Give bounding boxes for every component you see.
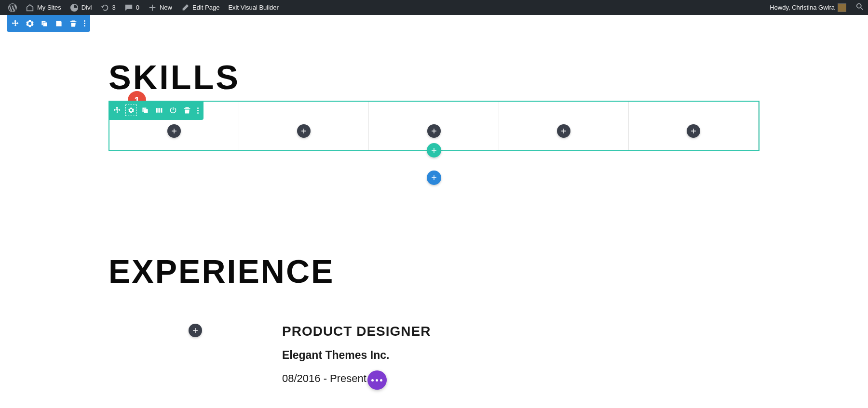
exit-vb-label: Exit Visual Builder <box>228 4 279 11</box>
account-menu[interactable]: Howdy, Christina Gwira <box>765 0 851 15</box>
section-toolbar <box>7 15 90 32</box>
updates-count: 3 <box>112 4 116 11</box>
add-module-button[interactable] <box>167 124 181 138</box>
experience-left-column[interactable] <box>108 324 282 390</box>
experience-row: PRODUCT DESIGNER Elegant Themes Inc. 08/… <box>108 324 760 390</box>
plus-icon <box>192 327 199 334</box>
more-icon[interactable] <box>197 107 199 114</box>
skill-column-2[interactable] <box>239 102 369 150</box>
add-section-wrap <box>108 171 760 185</box>
experience-right-column[interactable]: PRODUCT DESIGNER Elegant Themes Inc. 08/… <box>282 324 760 390</box>
skills-row-wrap: 1 <box>108 101 760 185</box>
new-menu[interactable]: New <box>144 0 176 15</box>
comments-menu[interactable]: 0 <box>120 0 144 15</box>
plus-icon <box>431 147 437 154</box>
my-sites-label: My Sites <box>37 4 61 11</box>
skill-column-5[interactable] <box>629 102 759 150</box>
plus-icon <box>300 128 307 134</box>
add-row-wrap <box>427 143 441 158</box>
wordpress-icon <box>8 3 17 12</box>
add-module-button[interactable] <box>557 124 570 138</box>
experience-dates: 08/2016 - Present <box>282 372 366 384</box>
add-section-button[interactable] <box>427 171 441 185</box>
skills-row[interactable] <box>108 101 760 151</box>
dashboard-icon <box>70 3 79 12</box>
skills-heading: SKILLS <box>108 58 760 97</box>
module-more-button[interactable] <box>367 370 387 390</box>
save-icon[interactable] <box>55 20 63 27</box>
plus-icon <box>171 128 177 134</box>
page-content: SKILLS 1 <box>0 32 868 408</box>
wp-logo-menu[interactable] <box>4 0 21 15</box>
pencil-icon <box>181 3 190 12</box>
exit-visual-builder[interactable]: Exit Visual Builder <box>224 0 283 15</box>
experience-title: PRODUCT DESIGNER <box>282 324 760 339</box>
row-toolbar <box>108 101 203 120</box>
search-icon <box>855 2 864 11</box>
home-icon <box>26 3 34 12</box>
updates-menu[interactable]: 3 <box>96 0 120 15</box>
refresh-icon <box>101 3 109 12</box>
add-module-button[interactable] <box>687 124 700 138</box>
wp-admin-bar: My Sites Divi 3 0 New Edit Page Exit Vis… <box>0 0 868 15</box>
edit-page-label: Edit Page <box>192 4 219 11</box>
experience-heading: EXPERIENCE <box>108 252 760 290</box>
more-icon[interactable] <box>84 20 85 26</box>
comment-icon <box>124 3 133 12</box>
gear-icon[interactable] <box>127 106 135 114</box>
move-icon[interactable] <box>12 20 19 27</box>
trash-icon[interactable] <box>183 106 191 114</box>
plus-icon <box>431 174 437 181</box>
power-icon[interactable] <box>169 106 177 114</box>
add-row-button[interactable] <box>427 143 441 158</box>
add-module-button[interactable] <box>427 124 441 138</box>
add-module-button[interactable] <box>189 324 202 337</box>
skill-column-4[interactable] <box>499 102 629 150</box>
new-label: New <box>160 4 172 11</box>
columns-icon[interactable] <box>155 106 163 114</box>
adminbar-right: Howdy, Christina Gwira <box>765 0 864 15</box>
comments-count: 0 <box>136 4 139 11</box>
duplicate-icon[interactable] <box>141 106 149 114</box>
plus-icon <box>690 128 697 134</box>
edit-page-menu[interactable]: Edit Page <box>176 0 224 15</box>
gear-icon[interactable] <box>26 20 34 27</box>
adminbar-search[interactable] <box>855 2 864 13</box>
duplicate-icon[interactable] <box>41 20 48 27</box>
site-menu[interactable]: Divi <box>66 0 96 15</box>
plus-icon <box>148 3 157 12</box>
avatar <box>838 3 846 12</box>
plus-icon <box>431 128 437 134</box>
plus-icon <box>560 128 567 134</box>
howdy-label: Howdy, Christina Gwira <box>770 4 835 11</box>
trash-icon[interactable] <box>69 20 77 27</box>
my-sites-menu[interactable]: My Sites <box>21 0 66 15</box>
site-name-label: Divi <box>81 4 92 11</box>
adminbar-left: My Sites Divi 3 0 New Edit Page Exit Vis… <box>4 0 283 15</box>
experience-company: Elegant Themes Inc. <box>282 349 760 362</box>
move-icon[interactable] <box>113 106 121 114</box>
add-module-button[interactable] <box>297 124 311 138</box>
